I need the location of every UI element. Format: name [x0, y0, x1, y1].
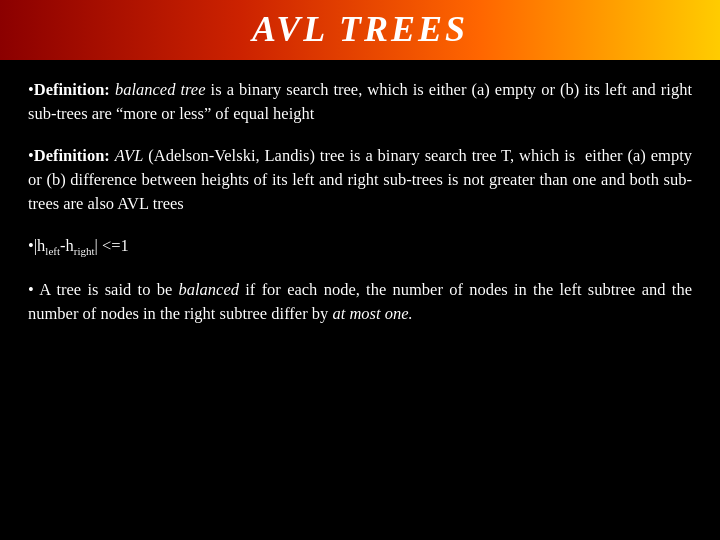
slide: AVL TREES •Definition: balanced tree is …: [0, 0, 720, 540]
bullet-1: •Definition: balanced tree is a binary s…: [28, 78, 692, 126]
bullet-1-label: Definition:: [34, 80, 110, 99]
bullet-4: • A tree is said to be balanced if for e…: [28, 278, 692, 326]
bullet-2-text: •Definition: AVL (Adelson-Velski, Landis…: [28, 144, 692, 216]
slide-title: AVL TREES: [252, 9, 468, 49]
bullet-3-text: •|hleft-hright| <=1: [28, 236, 129, 255]
bullet-4-italic: balanced: [179, 280, 239, 299]
title-bar: AVL TREES: [0, 0, 720, 60]
sub-left: left: [45, 245, 60, 257]
bullet-2: •Definition: AVL (Adelson-Velski, Landis…: [28, 144, 692, 216]
content-area: •Definition: balanced tree is a binary s…: [0, 60, 720, 540]
bullet-4-italic-end: at most one.: [332, 304, 412, 323]
bullet-2-label: Definition:: [34, 146, 110, 165]
bullet-2-italic: AVL: [115, 146, 144, 165]
bullet-4-intro: A tree is said to be: [34, 280, 179, 299]
sub-right: right: [74, 245, 95, 257]
bullet-1-text: •Definition: balanced tree is a binary s…: [28, 78, 692, 126]
bullet-4-text: • A tree is said to be balanced if for e…: [28, 278, 692, 326]
bullet-1-italic: balanced tree: [115, 80, 206, 99]
bullet-3: •|hleft-hright| <=1: [28, 234, 692, 260]
